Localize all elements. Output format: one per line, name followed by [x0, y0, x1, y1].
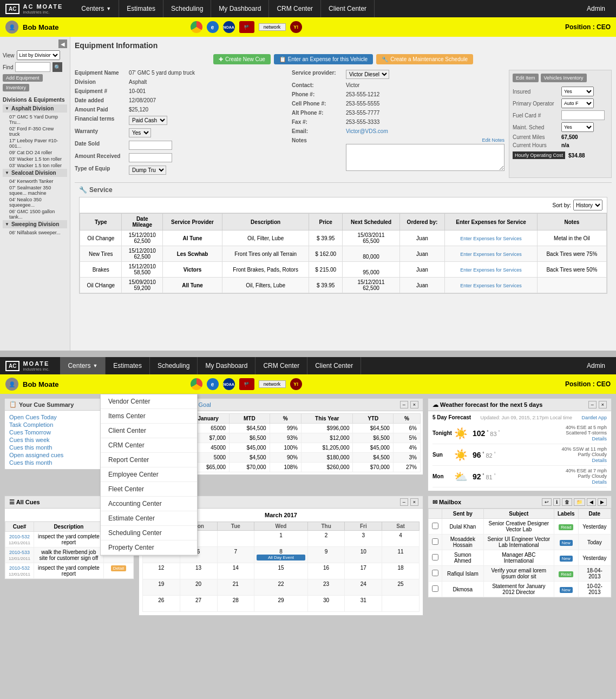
cues-this-month-link[interactable]: Cues this month: [9, 444, 100, 451]
dropdown-property-center[interactable]: Property Center: [101, 540, 197, 555]
inventory-button[interactable]: Inventory: [3, 84, 29, 91]
equip-item[interactable]: 06' Nilfabask sweeper...: [3, 229, 67, 236]
mb-prev-btn[interactable]: ◀: [587, 498, 596, 506]
equip-item[interactable]: 02' Ford F-350 Crew truck: [3, 126, 67, 137]
fuel-card-input[interactable]: [561, 110, 605, 120]
warranty-select[interactable]: Yes: [129, 128, 151, 137]
second-nav-client-center[interactable]: Client Center: [307, 357, 361, 374]
mb-checkbox[interactable]: [432, 585, 438, 592]
mb-checkbox[interactable]: [432, 523, 438, 529]
sort-select[interactable]: History: [573, 200, 602, 210]
mb-folder-btn[interactable]: 📁: [574, 498, 585, 506]
second-nav-scheduling[interactable]: Scheduling: [150, 357, 198, 374]
second-nav-centers[interactable]: Centers ▼: [60, 357, 106, 374]
dropdown-vendor-center[interactable]: Vendor Center: [101, 394, 197, 409]
mb-reply-btn[interactable]: ↩: [542, 498, 552, 506]
dropdown-crm-center[interactable]: CRM Center: [101, 438, 197, 453]
cue-id-link[interactable]: 2010-532: [9, 534, 30, 539]
cues-tomorrow-link[interactable]: Cues Tomorrow: [9, 429, 100, 436]
notes-textarea[interactable]: [346, 144, 504, 171]
equip-item[interactable]: 03' Wacker 1.5 ton roller: [3, 156, 67, 162]
calendar-close-btn[interactable]: ×: [410, 498, 418, 506]
second-noaa-icon[interactable]: NOAA: [223, 378, 235, 390]
weather-mon-details-link[interactable]: Details: [592, 479, 607, 485]
task-completion-link[interactable]: Task Completion: [9, 421, 100, 428]
chrome-icon[interactable]: [191, 21, 202, 33]
equip-item[interactable]: 07' GMC 5 Yard Dump Tru...: [3, 114, 67, 126]
second-ie-icon[interactable]: e: [207, 378, 219, 390]
date-sold-input[interactable]: [129, 141, 172, 150]
nav-my-dashboard[interactable]: My Dashboard: [211, 0, 269, 17]
create-maintenance-button[interactable]: 🔧 Create a Maintenance Schedule: [376, 54, 473, 64]
enter-expenses-link[interactable]: Enter Expenses for Services: [460, 252, 522, 257]
dantlet-app-link[interactable]: Dantlet App: [581, 415, 607, 420]
goals-minimize-button[interactable]: –: [400, 401, 408, 408]
cue-id-link[interactable]: 2010-533: [9, 550, 30, 555]
weather-minimize-button[interactable]: –: [588, 401, 597, 408]
equip-item[interactable]: 03' Wacker 1.5 ton roller: [3, 162, 67, 169]
cues-this-week-link[interactable]: Cues this week: [9, 437, 100, 443]
equip-item[interactable]: 07' Sealmaster 350 squee... machine: [3, 184, 67, 196]
second-nav-estimates[interactable]: Estimates: [106, 357, 150, 374]
mb-delete-btn[interactable]: 🗑: [562, 498, 572, 506]
vehicles-inventory-button[interactable]: Vehicles Inventory: [541, 74, 587, 82]
hourly-cost-button[interactable]: Hourly Operating Cost: [513, 151, 565, 159]
open-assigned-cues-link[interactable]: Open assigned cues: [9, 452, 100, 458]
nav-estimates[interactable]: Estimates: [119, 0, 163, 17]
edit-item-button[interactable]: Edit Item: [513, 74, 539, 82]
dropdown-fleet-center[interactable]: Fleet Center: [101, 482, 197, 497]
dropdown-client-center[interactable]: Client Center: [101, 424, 197, 438]
second-network-icon[interactable]: network: [259, 380, 286, 388]
weather-tonight-details-link[interactable]: Details: [592, 436, 607, 441]
flag-icon[interactable]: 🏴: [239, 21, 254, 33]
maint-sched-select[interactable]: Yes: [561, 122, 594, 132]
ie-icon[interactable]: e: [207, 21, 219, 33]
nav-scheduling[interactable]: Scheduling: [163, 0, 211, 17]
sealcoat-division-header[interactable]: ▼ Sealcoat Division: [3, 169, 67, 177]
nav-client-center[interactable]: Client Center: [321, 0, 375, 17]
enter-expense-button[interactable]: 📋 Enter an Expense for this Vehicle: [274, 54, 373, 64]
equip-item[interactable]: 09' Cat DO 24 roller: [3, 149, 67, 156]
calendar-minimize-btn[interactable]: –: [400, 498, 408, 506]
weather-close-button[interactable]: ×: [599, 401, 607, 408]
equip-item[interactable]: 17' Leeboy Paver #10-001...: [3, 137, 67, 149]
nav-centers[interactable]: Centers ▼: [74, 0, 119, 17]
dropdown-estimate-center[interactable]: Estimate Center: [101, 511, 197, 526]
goals-close-button[interactable]: ×: [410, 401, 418, 408]
equip-item[interactable]: 04' Kenworth Tanker: [3, 178, 67, 184]
dropdown-report-center[interactable]: Report Center: [101, 453, 197, 467]
second-nav-crm-center[interactable]: CRM Center: [255, 357, 307, 374]
enter-expenses-link[interactable]: Enter Expenses for Services: [460, 267, 522, 273]
weather-sun-details-link[interactable]: Details: [592, 458, 607, 463]
sweeping-division-header[interactable]: ▼ Sweeping Division: [3, 220, 67, 228]
network-icon[interactable]: network: [259, 23, 286, 31]
asphalt-division-header[interactable]: ▼ Asphalt Division: [3, 104, 67, 113]
sidebar-toggle[interactable]: ◀: [58, 39, 67, 48]
service-provider-select[interactable]: Victor Diesel: [346, 70, 389, 79]
mb-info-btn[interactable]: ℹ: [553, 498, 560, 506]
type-of-equip-select[interactable]: Dump Tru: [129, 166, 166, 175]
mb-checkbox[interactable]: [432, 570, 438, 576]
search-button[interactable]: 🔍: [53, 62, 62, 72]
financial-terms-select[interactable]: Paid Cash: [129, 116, 167, 125]
insured-select[interactable]: Yes: [561, 87, 594, 96]
second-flag-icon[interactable]: 🏴: [239, 378, 254, 390]
view-select[interactable]: List by Division: [17, 50, 60, 60]
mb-checkbox[interactable]: [432, 538, 438, 545]
mb-checkbox[interactable]: [432, 554, 438, 560]
edit-notes-link[interactable]: Edit Notes: [346, 137, 504, 143]
enter-expenses-link[interactable]: Enter Expenses for Services: [460, 283, 522, 288]
primary-op-select[interactable]: Auto F: [561, 98, 594, 108]
amount-received-input[interactable]: [129, 153, 172, 162]
mb-next-btn[interactable]: ▶: [598, 498, 607, 506]
open-cues-today-link[interactable]: Open Cues Today: [9, 414, 100, 420]
yahoo-icon[interactable]: Y!: [290, 21, 302, 33]
second-yahoo-icon[interactable]: Y!: [290, 378, 302, 390]
second-chrome-icon[interactable]: [191, 378, 202, 390]
nav-crm-center[interactable]: CRM Center: [269, 0, 321, 17]
cue-id-link[interactable]: 2010-532: [9, 565, 30, 571]
cue-detail-button[interactable]: Detail: [111, 565, 126, 571]
dropdown-items-center[interactable]: Items Center: [101, 409, 197, 424]
enter-expenses-link[interactable]: Enter Expenses for Services: [460, 236, 522, 241]
equip-item[interactable]: 06' GMC 1500 gallon tank...: [3, 208, 67, 220]
